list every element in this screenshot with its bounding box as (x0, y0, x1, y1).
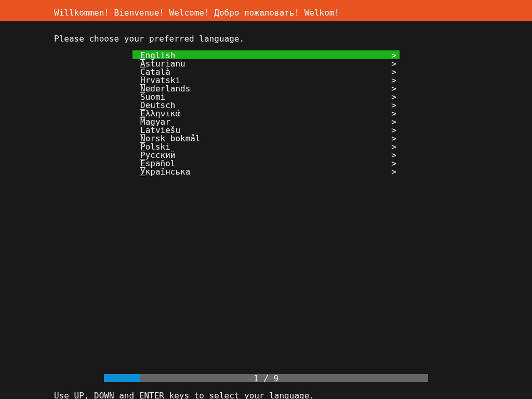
language-option[interactable]: Ελληνικά> (132, 109, 400, 117)
language-option[interactable]: Hrvatski> (132, 75, 400, 84)
chevron-right-icon: > (391, 168, 396, 176)
installer-screen: Willkommen! Bienvenue! Welcome! Добро по… (0, 0, 532, 399)
language-option[interactable]: Suomi> (132, 92, 400, 100)
language-list[interactable]: English>Asturianu>Català>Hrvatski>Nederl… (132, 50, 400, 175)
language-option[interactable]: Magyar> (132, 117, 400, 125)
language-option[interactable]: Asturianu> (132, 59, 400, 67)
language-option[interactable]: Latviešu> (132, 125, 400, 134)
footer-hint: Use UP, DOWN and ENTER keys to select yo… (54, 392, 314, 399)
language-prompt: Please choose your preferred language. (54, 35, 244, 43)
language-option[interactable]: Norsk bokmål> (132, 134, 400, 142)
header-title: Willkommen! Bienvenue! Welcome! Добро по… (54, 9, 339, 17)
language-option[interactable]: Русский> (132, 150, 400, 158)
language-option[interactable]: Español> (132, 158, 400, 167)
language-option[interactable]: Català> (132, 67, 400, 75)
language-option[interactable]: Deutsch> (132, 100, 400, 109)
language-label: Українська (140, 168, 190, 176)
language-option[interactable]: Nederlands> (132, 84, 400, 92)
language-option[interactable]: English> (132, 50, 400, 59)
header-bar: Willkommen! Bienvenue! Welcome! Добро по… (0, 0, 532, 21)
language-option[interactable]: Polski> (132, 142, 400, 150)
progress-label: 1 / 9 (104, 375, 428, 383)
progress-bar: 1 / 9 (104, 374, 428, 382)
language-option[interactable]: Українська> (132, 167, 400, 175)
